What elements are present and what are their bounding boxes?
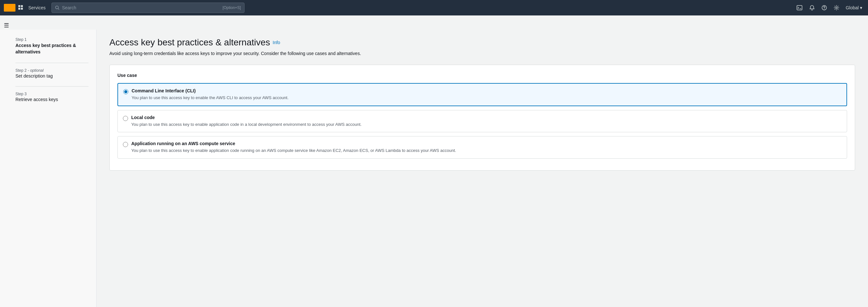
aws-compute-desc: You plan to use this access key to enabl…	[131, 147, 842, 154]
help-icon-button[interactable]	[819, 3, 829, 12]
steps-panel: Step 1 Access key best practices & alter…	[0, 30, 96, 307]
svg-point-8	[836, 7, 837, 9]
step-2-title: Set description tag	[16, 73, 89, 79]
step-3-item: Step 3 Retrieve access keys	[16, 92, 89, 102]
local-code-option[interactable]: Local code You plan to use this access k…	[117, 110, 847, 132]
grid-menu-button[interactable]	[17, 4, 25, 12]
cli-title: Command Line Interface (CLI)	[132, 88, 841, 93]
aws-logo-svg	[5, 5, 14, 11]
aws-logo[interactable]: Services	[4, 4, 48, 12]
use-case-label: Use case	[117, 73, 847, 78]
step-3-title: Retrieve access keys	[16, 97, 89, 102]
top-navigation: Services [Option+S]	[0, 0, 868, 16]
step-1-title: Access key best practices & alternatives	[16, 42, 89, 55]
local-code-desc: You plan to use this access key to enabl…	[131, 121, 842, 128]
page-wrapper: ☰ Step 1 Access key best practices & alt…	[0, 30, 868, 307]
aws-compute-content: Application running on an AWS compute se…	[131, 141, 842, 154]
svg-rect-5	[797, 5, 802, 10]
search-shortcut: [Option+S]	[223, 5, 241, 10]
aws-compute-title: Application running on an AWS compute se…	[131, 141, 842, 146]
global-region-button[interactable]: Global ▾	[844, 4, 864, 11]
terminal-icon-button[interactable]	[794, 3, 805, 13]
content-card: Use case Command Line Interface (CLI) Yo…	[110, 65, 855, 171]
step-1-item: Step 1 Access key best practices & alter…	[16, 37, 89, 55]
services-button[interactable]: Services	[26, 4, 48, 11]
svg-point-7	[824, 9, 825, 9]
page-subtitle: Avoid using long-term credentials like a…	[110, 50, 855, 57]
nav-right: Global ▾	[794, 3, 864, 13]
cli-desc: You plan to use this access key to enabl…	[132, 95, 841, 101]
local-code-radio[interactable]	[123, 116, 128, 121]
step-3-label: Step 3	[16, 92, 89, 96]
svg-rect-2	[18, 8, 20, 10]
settings-icon-button[interactable]	[832, 3, 841, 12]
step-2-label: Step 2 - optional	[16, 68, 89, 73]
step-divider-1	[16, 63, 89, 63]
main-content: Access key best practices & alternatives…	[96, 30, 868, 307]
step-divider-2	[16, 86, 89, 87]
bell-icon-button[interactable]	[807, 3, 817, 12]
svg-rect-1	[21, 5, 23, 7]
cli-radio[interactable]	[123, 89, 128, 94]
page-title: Access key best practices & alternatives…	[110, 37, 855, 48]
step-1-label: Step 1	[16, 37, 89, 42]
aws-compute-option[interactable]: Application running on an AWS compute se…	[117, 136, 847, 159]
search-input[interactable]	[62, 5, 220, 10]
info-link[interactable]: Info	[273, 40, 280, 45]
aws-logo-box	[4, 4, 16, 11]
svg-rect-3	[21, 8, 23, 10]
step-2-item: Step 2 - optional Set description tag	[16, 68, 89, 79]
search-bar: [Option+S]	[52, 3, 245, 13]
page-title-text: Access key best practices & alternatives	[110, 37, 270, 48]
search-icon	[55, 5, 60, 10]
local-code-content: Local code You plan to use this access k…	[131, 115, 842, 128]
svg-point-4	[55, 6, 58, 9]
sidebar-toggle-button[interactable]: ☰	[0, 19, 13, 32]
cli-option[interactable]: Command Line Interface (CLI) You plan to…	[117, 83, 847, 106]
cli-content: Command Line Interface (CLI) You plan to…	[132, 88, 841, 101]
local-code-title: Local code	[131, 115, 842, 120]
aws-compute-radio[interactable]	[123, 142, 128, 147]
svg-rect-0	[18, 5, 20, 7]
